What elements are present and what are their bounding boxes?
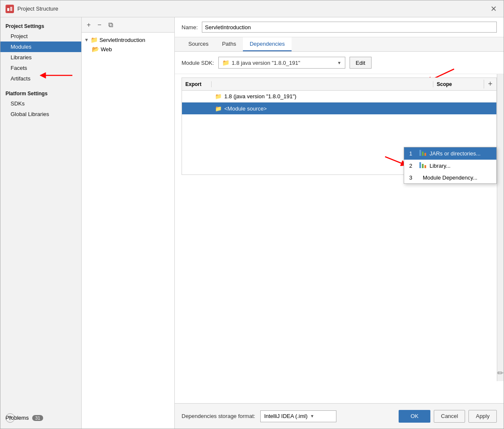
row2-folder-icon: 📁 <box>215 105 222 112</box>
tree-add-button[interactable]: + <box>85 20 92 30</box>
storage-format-select[interactable]: IntelliJ IDEA (.iml) ▼ <box>260 410 336 422</box>
project-settings-header: Project Settings <box>0 21 81 31</box>
name-input[interactable] <box>202 22 497 33</box>
window-title: Project Structure <box>17 6 489 12</box>
row2-name: 📁 <Module source> <box>212 105 446 112</box>
sdk-folder-icon: 📁 <box>222 59 229 66</box>
dropdown-item-jars[interactable]: 1 JARs or directories... <box>404 147 496 160</box>
right-panel: Name: Sources Paths Dependencies <box>175 17 504 429</box>
add-dep-button[interactable]: + <box>484 80 496 89</box>
tab-sources[interactable]: Sources <box>182 37 215 51</box>
sdk-dropdown-arrow[interactable]: ▼ <box>337 61 342 65</box>
tab-dependencies[interactable]: Dependencies <box>243 37 292 51</box>
library-icon <box>419 162 426 169</box>
title-bar: Project Structure ✕ <box>0 0 504 17</box>
row1-name: 📁 1.8 (java version "1.8.0_191") <box>212 93 446 100</box>
app-icon <box>6 5 14 13</box>
tree-web-label: Web <box>101 46 112 53</box>
tree-item-root[interactable]: ▼ 📁 ServletIntroduction <box>82 35 174 44</box>
help-button[interactable]: ? <box>6 413 15 423</box>
sdk-label: Module SDK: <box>182 60 214 66</box>
sidebar: Project Settings Project Modules Librari… <box>0 17 82 429</box>
bottom-bar: Dependencies storage format: IntelliJ ID… <box>175 403 504 429</box>
add-dropdown-menu: 1 JARs or directories... 2 <box>404 147 497 184</box>
tree-copy-button[interactable]: ⧉ <box>107 20 115 30</box>
tree-panel: + − ⧉ ▼ 📁 ServletIntroduction 📂 Web <box>82 17 175 429</box>
sidebar-item-modules[interactable]: Modules <box>0 42 81 52</box>
ok-button[interactable]: OK <box>399 410 430 423</box>
sdk-edit-button[interactable]: Edit <box>350 57 372 69</box>
question-mark-icon[interactable]: ? <box>6 413 15 423</box>
tree-remove-button[interactable]: − <box>96 20 103 30</box>
apply-button[interactable]: Apply <box>468 410 497 423</box>
platform-settings-header: Platform Settings <box>0 88 81 98</box>
storage-format-label: Dependencies storage format: <box>182 413 255 419</box>
deps-table-wrap: Export Scope + 📁 1.8 (java version "1.8.… <box>175 74 504 403</box>
name-row: Name: <box>175 17 504 37</box>
tree-toolbar: + − ⧉ <box>82 17 174 33</box>
sidebar-item-project[interactable]: Project <box>0 31 81 42</box>
cancel-button[interactable]: Cancel <box>434 410 465 423</box>
problems-badge: 31 <box>32 415 43 421</box>
tree-arrow-icon: ▼ <box>84 37 89 42</box>
name-label: Name: <box>182 24 198 30</box>
export-column-header: Export <box>182 81 212 87</box>
tree-root-label: ServletIntroduction <box>99 37 145 43</box>
table-row[interactable]: 📁 1.8 (java version "1.8.0_191") <box>182 91 496 102</box>
scope-column-header: Scope <box>433 81 484 87</box>
table-row[interactable]: 📁 <Module source> <box>182 102 496 114</box>
storage-dropdown-arrow[interactable]: ▼ <box>310 414 314 418</box>
svg-rect-1 <box>7 8 9 11</box>
tab-paths[interactable]: Paths <box>215 37 243 51</box>
sidebar-item-libraries[interactable]: Libraries <box>0 52 81 63</box>
root-folder-icon: 📁 <box>91 36 98 43</box>
modules-arrow <box>39 69 77 82</box>
web-folder-icon: 📂 <box>92 46 99 53</box>
deps-table-header: Export Scope + <box>182 77 497 90</box>
tree-content: ▼ 📁 ServletIntroduction 📂 Web <box>82 33 174 429</box>
project-structure-window: Project Structure ✕ Project Settings Pro… <box>0 0 504 429</box>
svg-rect-2 <box>10 7 12 11</box>
sdk-select-text: 1.8 java version "1.8.0_191" <box>232 60 335 66</box>
footer-buttons: OK Cancel Apply <box>399 410 497 423</box>
tabs-row: Sources Paths Dependencies <box>175 37 504 52</box>
jars-icon <box>419 150 426 157</box>
right-scrollbar: ✏ <box>497 74 504 381</box>
tree-item-web[interactable]: 📂 Web <box>82 44 174 54</box>
dropdown-item-library[interactable]: 2 Library... <box>404 160 496 172</box>
row1-folder-icon: 📁 <box>215 93 222 100</box>
dropdown-item-module-dep[interactable]: 3 Module Dependency... <box>404 172 496 183</box>
close-button[interactable]: ✕ <box>489 4 498 14</box>
sidebar-item-global-libraries[interactable]: Global Libraries <box>0 109 81 119</box>
edit-pencil-icon[interactable]: ✏ <box>497 368 504 378</box>
sdk-select[interactable]: 📁 1.8 java version "1.8.0_191" ▼ <box>218 57 345 69</box>
sidebar-item-sdks[interactable]: SDKs <box>0 98 81 109</box>
